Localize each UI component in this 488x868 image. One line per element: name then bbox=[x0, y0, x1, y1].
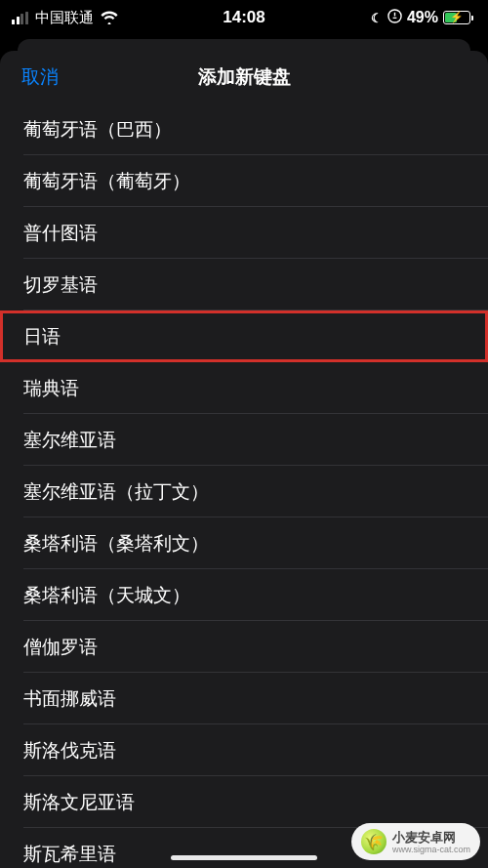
status-left: 中国联通 bbox=[12, 9, 118, 27]
keyboard-label: 塞尔维亚语（拉丁文） bbox=[23, 479, 209, 505]
keyboard-row[interactable]: 桑塔利语（天城文） bbox=[0, 569, 488, 621]
keyboard-row[interactable]: 切罗基语 bbox=[0, 259, 488, 310]
keyboard-row[interactable]: 书面挪威语 bbox=[0, 673, 488, 724]
keyboard-row[interactable]: 塞尔维亚语（拉丁文） bbox=[0, 466, 488, 517]
home-indicator bbox=[171, 855, 317, 860]
status-bar: 中国联通 14:08 ☾ 49% ⚡ bbox=[0, 0, 488, 35]
keyboard-label: 塞尔维亚语 bbox=[23, 428, 116, 453]
status-time: 14:08 bbox=[223, 8, 264, 27]
keyboard-label: 书面挪威语 bbox=[23, 686, 116, 712]
battery-icon: ⚡ bbox=[443, 11, 470, 24]
status-right: ☾ 49% ⚡ bbox=[371, 9, 470, 26]
keyboard-row[interactable]: 斯洛伐克语 bbox=[0, 724, 488, 776]
watermark-brand: 小麦安卓网 bbox=[392, 830, 456, 845]
keyboard-row[interactable]: 日语 bbox=[0, 310, 488, 362]
keyboard-label: 斯瓦希里语 bbox=[23, 842, 116, 867]
cancel-button[interactable]: 取消 bbox=[21, 64, 59, 90]
keyboard-row[interactable]: 塞尔维亚语 bbox=[0, 414, 488, 466]
keyboard-label: 斯洛文尼亚语 bbox=[23, 790, 135, 815]
keyboard-label: 斯洛伐克语 bbox=[23, 738, 116, 764]
keyboard-row[interactable]: 瑞典语 bbox=[0, 362, 488, 414]
keyboard-label: 瑞典语 bbox=[23, 376, 79, 401]
watermark-domain: www.sigma-cat.com bbox=[392, 845, 470, 854]
keyboard-list[interactable]: 葡萄牙语（巴西）葡萄牙语（葡萄牙）普什图语切罗基语日语瑞典语塞尔维亚语塞尔维亚语… bbox=[0, 103, 488, 868]
sheet-title: 添加新键盘 bbox=[198, 64, 291, 90]
carrier-label: 中国联通 bbox=[35, 9, 94, 27]
keyboard-label: 葡萄牙语（葡萄牙） bbox=[23, 169, 190, 194]
do-not-disturb-icon: ☾ bbox=[371, 11, 383, 25]
keyboard-row[interactable]: 桑塔利语（桑塔利文） bbox=[0, 517, 488, 569]
sheet-header: 取消 添加新键盘 bbox=[0, 51, 488, 103]
watermark-logo-icon: 🌾 bbox=[361, 829, 386, 854]
keyboard-label: 葡萄牙语（巴西） bbox=[23, 117, 172, 143]
battery-percent: 49% bbox=[407, 9, 438, 26]
orientation-lock-icon bbox=[387, 9, 402, 26]
keyboard-row[interactable]: 僧伽罗语 bbox=[0, 621, 488, 673]
keyboard-label: 普什图语 bbox=[23, 221, 98, 246]
keyboard-row[interactable]: 斯洛文尼亚语 bbox=[0, 776, 488, 828]
keyboard-row[interactable]: 葡萄牙语（巴西） bbox=[0, 103, 488, 155]
add-keyboard-sheet: 取消 添加新键盘 葡萄牙语（巴西）葡萄牙语（葡萄牙）普什图语切罗基语日语瑞典语塞… bbox=[0, 51, 488, 868]
watermark: 🌾 小麦安卓网 www.sigma-cat.com bbox=[351, 823, 480, 860]
keyboard-row[interactable]: 葡萄牙语（葡萄牙） bbox=[0, 155, 488, 207]
keyboard-label: 切罗基语 bbox=[23, 272, 98, 298]
signal-icon bbox=[12, 12, 28, 24]
keyboard-label: 桑塔利语（天城文） bbox=[23, 583, 190, 608]
keyboard-row[interactable]: 普什图语 bbox=[0, 207, 488, 259]
keyboard-label: 日语 bbox=[23, 324, 61, 350]
wifi-icon bbox=[101, 11, 118, 24]
keyboard-label: 桑塔利语（桑塔利文） bbox=[23, 531, 209, 557]
keyboard-label: 僧伽罗语 bbox=[23, 635, 98, 660]
